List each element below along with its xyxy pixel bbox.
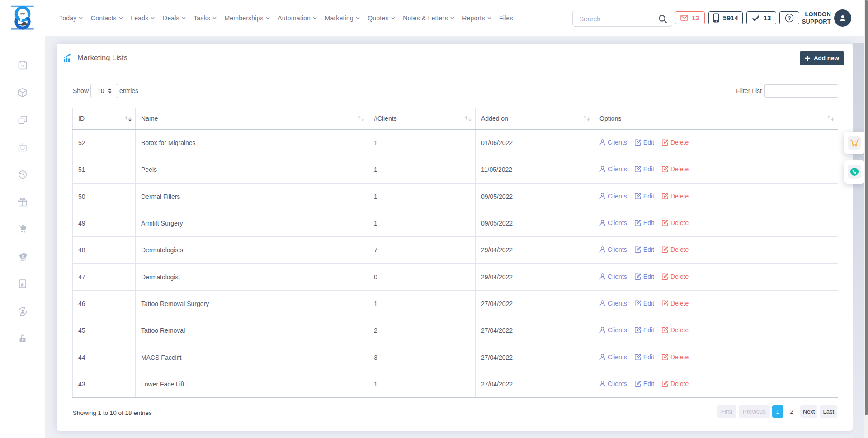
svg-text:12: 12 [21, 64, 24, 68]
svg-text:?: ? [788, 15, 791, 21]
